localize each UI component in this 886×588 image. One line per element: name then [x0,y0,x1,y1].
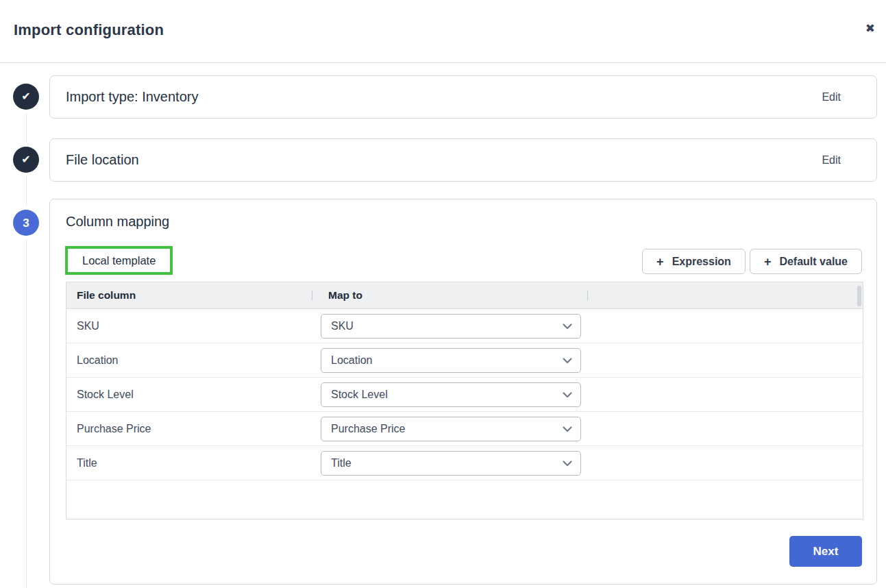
map-to-selected-value: Location [331,354,373,367]
map-to-selected-value: Purchase Price [331,423,406,435]
table-row: SKU SKU [66,309,863,343]
file-column-header: File column [66,289,312,302]
step-1-title: Import type: Inventory [66,89,198,105]
table-empty-row [66,480,863,519]
add-default-value-button[interactable]: + Default value [750,249,862,274]
step-2-title: File location [66,152,139,168]
map-to-selected-value: Stock Level [331,389,388,401]
add-expression-button[interactable]: + Expression [642,249,746,274]
file-column-value: SKU [66,320,321,332]
local-template-label: Local template [82,254,156,267]
step-3-title: Column mapping [66,214,169,230]
step-1-badge: ✔ [13,84,39,110]
next-button[interactable]: Next [789,536,862,567]
step-1-card: Import type: Inventory Edit [49,75,877,119]
file-column-value: Purchase Price [66,423,321,435]
map-to-dropdown[interactable]: Purchase Price [321,417,581,441]
import-configuration-dialog: Import configuration ✖ ✔ ✔ 3 Import type… [0,0,886,588]
mapping-toolbar: + Expression + Default value [642,249,862,274]
chevron-down-icon [563,461,572,467]
step-2-badge: ✔ [13,147,39,173]
table-scrollbar-thumb[interactable] [857,286,861,306]
local-template-button[interactable]: Local template [65,246,173,275]
map-to-dropdown[interactable]: Stock Level [321,382,581,407]
chevron-down-icon [563,392,572,398]
file-column-value: Stock Level [66,389,321,401]
table-row: Location Location [66,343,863,378]
table-header-row: File column Map to [66,282,863,309]
step-2-card: File location Edit [49,138,877,182]
plus-icon: + [764,256,772,268]
dialog-header: Import configuration ✖ [0,0,886,63]
chevron-down-icon [563,323,572,330]
map-to-dropdown[interactable]: Location [321,348,581,373]
table-row: Purchase Price Purchase Price [66,412,863,446]
step-1-edit-button[interactable]: Edit [822,91,841,103]
step-2-edit-button[interactable]: Edit [822,154,841,167]
column-mapping-table: File column Map to SKU SKU Location Loca… [66,282,863,519]
step-3-badge: 3 [13,210,39,236]
map-to-selected-value: Title [331,457,352,469]
map-to-selected-value: SKU [331,320,354,332]
checkmark-icon: ✔ [21,91,30,102]
column-divider [587,291,588,300]
file-column-value: Title [66,457,321,469]
map-to-dropdown[interactable]: Title [321,451,581,476]
table-row: Stock Level Stock Level [66,378,863,412]
checkmark-icon: ✔ [21,154,30,165]
map-to-dropdown[interactable]: SKU [321,314,581,339]
step-3-card: Column mapping Local template + Expressi… [49,199,877,585]
map-to-header: Map to [312,289,587,302]
chevron-down-icon [563,426,572,432]
dialog-title: Import configuration [14,21,164,39]
plus-icon: + [656,256,664,268]
step-number: 3 [23,217,29,229]
expression-label: Expression [672,256,731,268]
table-row: Title Title [66,446,863,480]
chevron-down-icon [563,358,572,364]
default-value-label: Default value [779,256,848,268]
close-icon[interactable]: ✖ [865,23,875,34]
file-column-value: Location [66,354,321,367]
